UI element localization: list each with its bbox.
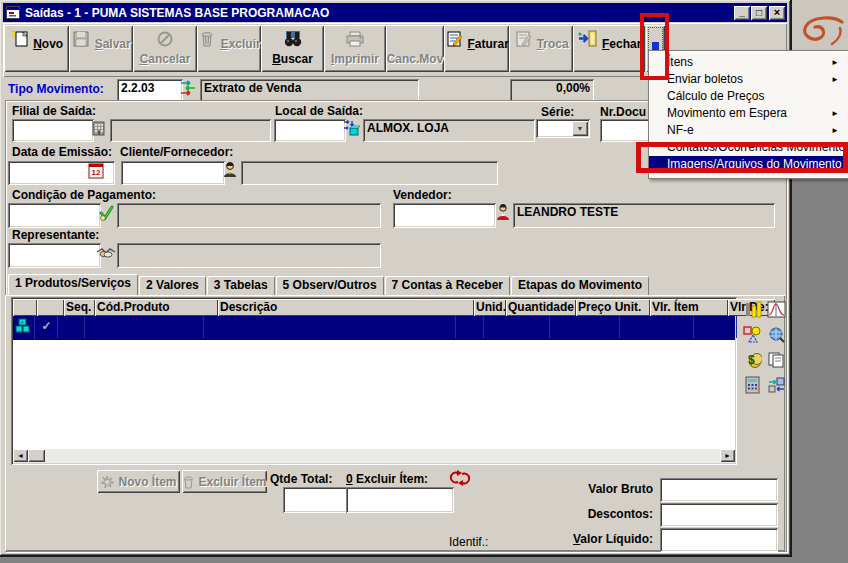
puma-logo-icon [796,14,846,52]
vendedor-person-lookup-icon[interactable] [494,203,512,222]
window-title: Saídas - 1 - PUMA SISTEMAS BASE PROGRAMA… [25,6,329,20]
tipo-movimento-input[interactable]: 2.2.03 [117,79,183,102]
title-bar[interactable]: Saídas - 1 - PUMA SISTEMAS BASE PROGRAMA… [3,3,787,22]
valor-bruto-label: Valor Bruto [505,482,653,496]
cliente-fornecedor-nome [241,161,498,185]
recalculate-icon[interactable] [449,469,471,487]
maximize-button[interactable]: □ [751,6,767,20]
blank-icon [405,30,425,48]
qtde-total-label: Qtde Total: [270,472,332,486]
search-globe-icon[interactable] [767,326,786,344]
payment-condition-lookup-icon[interactable] [97,204,115,222]
menu-item-itens[interactable]: Ítens ► [649,54,848,71]
tab-content-panel: Seq. Cód.Produto Descrição Unid. Quantid… [5,295,785,551]
tab-tabelas[interactable]: 3 Tabelas [207,276,275,296]
valor-liquido-input[interactable] [660,528,778,552]
grid-header-cod-produto[interactable]: Cód.Produto [95,299,218,316]
shapes-icon[interactable] [743,326,762,344]
condicao-pagamento-label: Condição de Pagamento: [12,188,156,202]
cell-vlr-desc [694,316,737,338]
valor-bruto-input[interactable] [660,478,778,502]
calendar-icon[interactable]: 12 [88,163,104,179]
grid-header-unid[interactable]: Unid. [474,299,506,316]
tab-contas-a-receber[interactable]: 7 Contas à Receber [385,276,510,296]
submenu-arrow-icon: ► [831,71,839,88]
grid-header-descricao[interactable]: Descrição [218,299,474,316]
menu-item-movimento-espera[interactable]: Movimento em Espera ► [649,105,848,122]
menu-item-calculo-precos[interactable]: Cálculo de Preços [649,88,848,105]
descontos-input[interactable] [660,503,778,527]
faturar-button[interactable]: Faturar [444,25,509,72]
product-grid[interactable]: Seq. Cód.Produto Descrição Unid. Quantid… [11,297,737,465]
cliente-fornecedor-label: Cliente/Fornecedor: [120,145,233,159]
cell-descricao [204,316,456,338]
building-lookup-icon[interactable] [90,120,107,137]
calculator-icon[interactable] [743,376,762,394]
identif-label: Identif.: [449,535,488,549]
transfer-items-icon[interactable] [767,376,786,394]
stock-location-lookup-icon[interactable] [342,119,361,137]
tab-observ-outros[interactable]: 5 Observ/Outros [276,276,384,296]
submenu-arrow-icon: ► [831,105,839,122]
canc-mov-button[interactable]: Canc.Mov [386,25,444,72]
menu-item-imagens-arquivos[interactable]: Imagens/Arquivos do Movimento [649,156,848,173]
fechar-button[interactable]: Fechar [573,25,645,72]
scroll-left-button[interactable]: ◄ [13,449,28,462]
grid-selected-row[interactable]: F ✓ [13,316,735,340]
cancelar-button[interactable]: Cancelar [133,25,197,72]
grid-header-quantidade[interactable]: Quantidade [506,299,576,316]
money-icon[interactable]: $ [743,351,762,369]
condicao-pagamento-nome [117,203,381,228]
cliente-fornecedor-input[interactable] [121,161,225,185]
scrollbar-thumb[interactable] [28,449,45,462]
grid-header-seq[interactable]: Seq. [64,299,95,316]
scroll-right-button[interactable]: ► [720,449,735,462]
close-button[interactable]: × [769,6,785,20]
tab-valores[interactable]: 2 Valores [139,276,206,296]
excluir-item-button[interactable]: Excluir Ítem [182,470,267,493]
toolbar-button-label: Fechar [602,37,641,51]
imprimir-button[interactable]: Imprimir [324,25,386,72]
pin-chart-icon[interactable] [743,301,762,319]
cell-preco-unit [550,316,620,338]
novo-button[interactable]: Novo [4,25,69,72]
troca-button[interactable]: Troca [509,25,573,72]
menu-item-enviar-boletos[interactable]: Enviar boletos ► [649,71,848,88]
handshake-lookup-icon[interactable] [96,246,116,261]
tipo-movimento-descricao: Extrato de Venda [200,79,419,102]
exchange-doc-icon [513,30,533,48]
excluir-item-count-input[interactable] [346,487,454,513]
menu-item-nfe[interactable]: NF-e ► [649,122,848,139]
copy-pages-icon[interactable] [767,351,786,369]
data-emissao-label: Data de Emissão: [12,145,112,159]
valor-liquido-label: Valor Líquido: [505,532,653,546]
client-person-lookup-icon[interactable] [221,161,239,179]
salvar-button[interactable]: Salvar [69,25,133,72]
condicao-pagamento-input[interactable] [8,203,101,228]
representante-label: Representante: [12,228,99,242]
movement-type-lookup-icon[interactable] [179,80,197,96]
binoculars-icon [282,30,304,48]
qtde-total-input[interactable] [283,487,351,513]
excluir-button[interactable]: Excluir [197,25,261,72]
svg-text:12: 12 [92,168,101,177]
menu-item-contatos-ocorrencias[interactable]: Contatos/Ocorrências Movimento [649,139,848,156]
filial-saida-input[interactable] [12,119,94,142]
novo-item-button[interactable]: Novo Ítem [97,470,180,493]
representante-input[interactable] [8,243,101,268]
percent-field: 0,00% [510,79,594,102]
grid-header-preco-unit[interactable]: Preço Unit. [576,299,650,316]
buscar-button[interactable]: Buscar [261,25,324,72]
grid-h-scrollbar[interactable]: ◄ ► [13,449,735,463]
vendedor-input[interactable] [393,203,496,228]
grid-header-vlr-item[interactable]: Vlr. Ítem [650,299,728,316]
vendedor-nome: LEANDRO TESTE [513,203,775,228]
minimize-button[interactable]: _ [734,6,750,20]
statistics-chart-icon[interactable] [767,301,786,319]
serie-dropdown-button[interactable]: ▼ [572,121,588,136]
tab-produtos-servicos[interactable]: 1 Produtos/Serviços [8,274,138,296]
serie-combobox[interactable]: ▼ [536,119,590,138]
serie-value [536,119,544,123]
tab-etapas-movimento[interactable]: Etapas do Movimento [511,276,649,296]
local-saida-input[interactable] [274,119,346,142]
